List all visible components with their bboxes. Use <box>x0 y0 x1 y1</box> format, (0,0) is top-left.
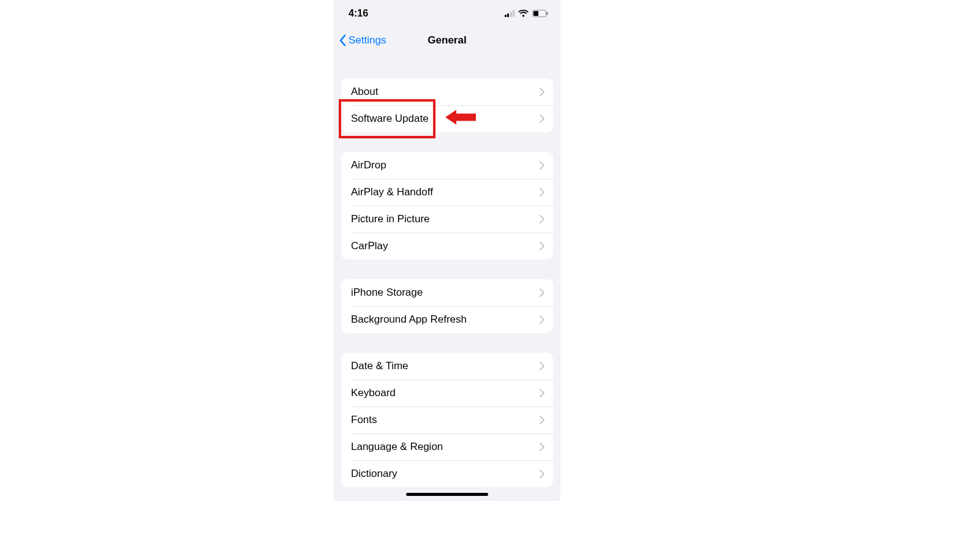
row-label: iPhone Storage <box>351 287 423 299</box>
status-time: 4:16 <box>349 8 368 19</box>
status-indicators <box>505 10 549 17</box>
row-label: Fonts <box>351 414 377 426</box>
battery-icon <box>532 10 548 17</box>
settings-group: About Software Update <box>341 78 553 132</box>
chevron-left-icon <box>339 34 346 47</box>
row-language-region[interactable]: Language & Region <box>341 433 553 460</box>
chevron-right-icon <box>540 443 545 451</box>
settings-group: AirDrop AirPlay & Handoff Picture in Pic… <box>341 152 553 260</box>
row-dictionary[interactable]: Dictionary <box>341 460 553 487</box>
nav-bar: Settings General <box>334 27 560 54</box>
chevron-right-icon <box>540 362 545 370</box>
chevron-right-icon <box>540 389 545 397</box>
row-date-time[interactable]: Date & Time <box>341 353 553 380</box>
row-airdrop[interactable]: AirDrop <box>341 152 553 179</box>
row-label: Language & Region <box>351 441 443 453</box>
row-about[interactable]: About <box>341 78 553 105</box>
chevron-right-icon <box>540 288 545 297</box>
home-indicator <box>406 493 488 496</box>
row-label: CarPlay <box>351 240 388 252</box>
back-button[interactable]: Settings <box>334 34 386 47</box>
row-label: Date & Time <box>351 360 409 372</box>
row-label: AirPlay & Handoff <box>351 186 433 198</box>
svg-rect-2 <box>547 12 548 15</box>
row-airplay-handoff[interactable]: AirPlay & Handoff <box>341 179 553 206</box>
chevron-right-icon <box>540 315 545 324</box>
row-software-update[interactable]: Software Update <box>341 105 553 132</box>
row-background-app-refresh[interactable]: Background App Refresh <box>341 306 553 333</box>
settings-group: Date & Time Keyboard Fonts Language & Re… <box>341 353 553 487</box>
row-label: Keyboard <box>351 387 396 399</box>
row-label: Software Update <box>351 113 429 125</box>
settings-content: About Software Update AirD <box>334 78 560 487</box>
row-label: About <box>351 86 378 98</box>
row-keyboard[interactable]: Keyboard <box>341 380 553 407</box>
svg-rect-1 <box>533 11 538 16</box>
chevron-right-icon <box>540 161 545 170</box>
chevron-right-icon <box>540 215 545 223</box>
row-label: Picture in Picture <box>351 213 430 225</box>
wifi-icon <box>518 10 529 17</box>
phone-frame: 4:16 Settings <box>334 0 560 501</box>
chevron-right-icon <box>540 416 545 424</box>
stage: 4:16 Settings <box>0 0 980 551</box>
annotation-arrow-left-icon <box>445 109 476 129</box>
row-fonts[interactable]: Fonts <box>341 407 553 433</box>
cellular-icon <box>505 10 515 17</box>
settings-group: iPhone Storage Background App Refresh <box>341 279 553 333</box>
chevron-right-icon <box>540 188 545 197</box>
chevron-right-icon <box>540 470 545 478</box>
row-label: AirDrop <box>351 159 386 171</box>
chevron-right-icon <box>540 242 545 250</box>
row-label: Background App Refresh <box>351 313 467 326</box>
row-label: Dictionary <box>351 468 398 480</box>
status-bar: 4:16 <box>334 0 560 27</box>
chevron-right-icon <box>540 88 545 96</box>
chevron-right-icon <box>540 114 545 123</box>
row-carplay[interactable]: CarPlay <box>341 233 553 260</box>
back-label: Settings <box>349 34 386 47</box>
row-picture-in-picture[interactable]: Picture in Picture <box>341 206 553 233</box>
row-iphone-storage[interactable]: iPhone Storage <box>341 279 553 306</box>
